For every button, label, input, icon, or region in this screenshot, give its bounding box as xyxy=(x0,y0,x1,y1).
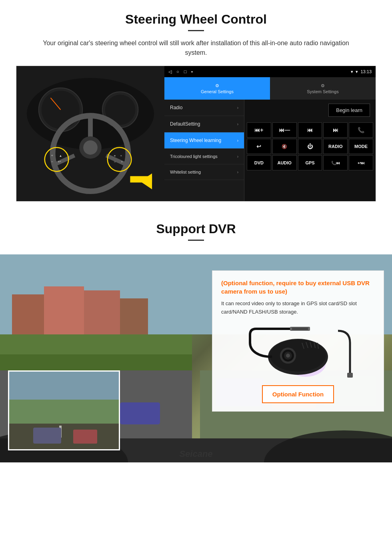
dvr-title: Support DVR xyxy=(16,222,376,236)
menu-label-steering: Steering Wheel learning xyxy=(170,138,221,143)
svg-rect-52 xyxy=(347,373,353,378)
back-btn[interactable]: ◁ xyxy=(168,69,172,74)
ctrl-mode[interactable]: MODE xyxy=(349,139,373,154)
square-btn[interactable]: □ xyxy=(184,69,187,74)
chevron-right-icon: › xyxy=(237,106,238,110)
svg-text:▲: ▲ xyxy=(59,154,62,158)
menu-label-tricoloured: Tricoloured light settings xyxy=(170,154,218,159)
tab-system-settings[interactable]: ⚙ System Settings xyxy=(270,77,376,100)
brand-label: Seicane xyxy=(179,449,212,459)
ctrl-radio[interactable]: RADIO xyxy=(323,139,348,154)
ctrl-mute[interactable]: 🔇 xyxy=(272,139,297,154)
ctrl-hangup-next[interactable]: ↩⏭ xyxy=(349,155,373,170)
menu-item-default[interactable]: DefaultSetting › xyxy=(164,116,244,132)
ctrl-dvd[interactable]: DVD xyxy=(247,155,271,170)
dvr-optional-text: (Optional function, require to buy exter… xyxy=(221,279,375,296)
svg-rect-66 xyxy=(292,328,308,330)
steering-wheel-photo: + ▲ − ↩ ≡ + ○ + xyxy=(16,66,164,201)
dvr-description: It can record video only to storage in G… xyxy=(221,300,375,316)
ctrl-vol-up[interactable]: ⏮+ xyxy=(247,122,271,138)
menu-item-whitelist[interactable]: Whitelist setting › xyxy=(164,164,244,180)
menu-btn[interactable]: ▪ xyxy=(191,69,193,74)
menu-item-radio[interactable]: Radio › xyxy=(164,100,244,116)
dvr-inset-svg xyxy=(9,372,120,450)
svg-rect-50 xyxy=(33,428,61,444)
svg-text:↩: ↩ xyxy=(58,160,61,164)
chevron-right-icon: › xyxy=(237,154,238,159)
svg-text:+: + xyxy=(51,154,53,158)
svg-text:○: ○ xyxy=(114,160,116,164)
svg-text:+: + xyxy=(120,154,122,158)
tab-general-label: General Settings xyxy=(201,89,234,94)
svg-rect-31 xyxy=(0,354,192,370)
svg-rect-27 xyxy=(44,286,84,342)
chevron-right-icon: › xyxy=(237,122,238,126)
dvr-title-divider xyxy=(188,240,204,241)
wifi-icon: ▾ xyxy=(356,69,358,74)
ctrl-call-prev[interactable]: 📞⏮ xyxy=(323,155,348,170)
svg-text:≡: ≡ xyxy=(114,154,116,158)
steering-demo: + ▲ − ↩ ≡ + ○ + ◁ ○ □ xyxy=(16,66,376,202)
svg-rect-51 xyxy=(73,430,97,444)
page-title: Steering Wheel Control xyxy=(16,12,376,27)
dvr-info-box: (Optional function, require to buy exter… xyxy=(212,270,384,412)
title-divider xyxy=(188,30,204,31)
android-tabs: ⚙ General Settings ⚙ System Settings xyxy=(164,77,376,100)
controls-grid: ⏮+ ⏮— ⏮ ⏭ 📞 ↩ 🔇 ⏻ RADIO MODE DVD AUDIO xyxy=(244,121,376,172)
menu-label-default: DefaultSetting xyxy=(170,121,200,127)
ctrl-power[interactable]: ⏻ xyxy=(298,139,322,154)
signal-icon: ▾ xyxy=(351,69,353,74)
gear-icon: ⚙ xyxy=(215,83,219,88)
menu-label-whitelist: Whitelist setting xyxy=(170,170,201,174)
menu-item-tricoloured[interactable]: Tricoloured light settings › xyxy=(164,149,244,164)
menu-label-radio: Radio xyxy=(170,105,182,110)
svg-text:+: + xyxy=(121,160,123,164)
svg-rect-47 xyxy=(9,400,120,424)
chevron-right-icon: › xyxy=(237,170,238,174)
ctrl-audio[interactable]: AUDIO xyxy=(272,155,297,170)
android-panel: ◁ ○ □ ▪ ▾ ▾ 13:13 ⚙ General Settings xyxy=(164,66,376,201)
android-statusbar: ◁ ○ □ ▪ ▾ ▾ 13:13 xyxy=(164,66,376,77)
begin-learn-row: Begin learn xyxy=(244,100,376,121)
system-icon: ⚙ xyxy=(321,83,325,88)
ctrl-call[interactable]: 📞 xyxy=(349,122,373,138)
clock: 13:13 xyxy=(360,69,372,74)
dvr-title-area: Support DVR xyxy=(0,210,392,254)
statusbar-info: ▾ ▾ 13:13 xyxy=(351,69,372,74)
android-right-panel: Begin learn ⏮+ ⏮— ⏮ ⏭ 📞 ↩ 🔇 ⏻ R xyxy=(244,100,376,201)
steering-section: Steering Wheel Control Your original car… xyxy=(0,0,392,210)
ctrl-gps[interactable]: GPS xyxy=(298,155,322,170)
optional-function-button[interactable]: Optional Function xyxy=(262,385,334,403)
menu-item-steering[interactable]: Steering Wheel learning › xyxy=(164,132,244,149)
svg-rect-38 xyxy=(120,402,160,424)
tab-general-settings[interactable]: ⚙ General Settings xyxy=(164,77,270,100)
dvr-section: Support DVR xyxy=(0,210,392,462)
dvr-camera-area xyxy=(221,323,375,379)
dvr-camera-svg xyxy=(242,323,354,379)
svg-rect-24 xyxy=(130,176,152,182)
home-btn[interactable]: ○ xyxy=(176,69,179,74)
android-content: Radio › DefaultSetting › Steering Wheel … xyxy=(164,100,376,201)
chevron-right-icon: › xyxy=(237,138,238,143)
svg-point-59 xyxy=(286,354,290,358)
svg-text:−: − xyxy=(51,160,53,164)
ctrl-next[interactable]: ⏭ xyxy=(323,122,348,138)
svg-point-12 xyxy=(83,140,98,155)
menu-list: Radio › DefaultSetting › Steering Wheel … xyxy=(164,100,244,201)
svg-rect-48 xyxy=(9,424,120,450)
begin-learn-button[interactable]: Begin learn xyxy=(328,104,370,117)
statusbar-nav: ◁ ○ □ ▪ xyxy=(168,69,193,74)
ctrl-vol-down[interactable]: ⏮— xyxy=(272,122,297,138)
ctrl-hangup[interactable]: ↩ xyxy=(247,139,271,154)
steering-wheel-svg: + ▲ − ↩ ≡ + ○ + xyxy=(16,66,164,201)
section-subtitle: Your original car's steering wheel contr… xyxy=(32,38,360,58)
dvr-background-photo: (Optional function, require to buy exter… xyxy=(0,254,392,462)
dvr-inset-photo xyxy=(8,370,120,450)
tab-system-label: System Settings xyxy=(307,89,338,94)
ctrl-prev[interactable]: ⏮ xyxy=(298,122,322,138)
